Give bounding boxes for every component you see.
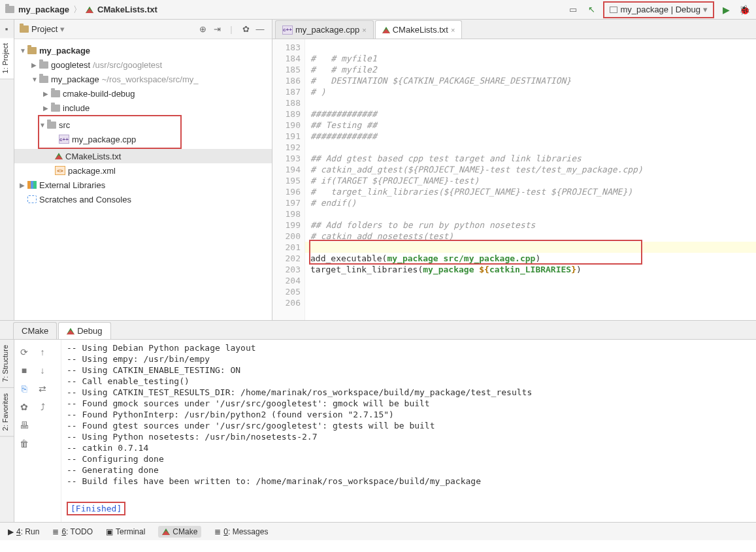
tab-cmakelists[interactable]: CMakeLists.txt×	[375, 20, 463, 39]
folder-icon	[47, 122, 56, 129]
cmake-icon	[67, 328, 74, 334]
cmake-icon	[86, 7, 93, 13]
wrap-icon[interactable]: ⇄	[35, 382, 50, 396]
tree-root[interactable]: ▼my_package	[14, 43, 272, 57]
tab-structure[interactable]: 7: Structure	[0, 340, 14, 388]
folder-icon	[51, 105, 60, 112]
gear-icon[interactable]: ✿	[17, 400, 31, 414]
status-run[interactable]: ▶4: Run	[8, 527, 39, 536]
panel-title[interactable]: Project	[31, 24, 58, 34]
cpp-icon: c++	[59, 135, 69, 144]
target-icon[interactable]: ⊕	[196, 23, 209, 36]
tree-googletest[interactable]: ▶googletest /usr/src/googletest	[14, 57, 272, 72]
build-icon[interactable]: ▭	[567, 3, 580, 16]
chevron-down-icon: ▾	[703, 5, 708, 14]
tool-tab-debug[interactable]: Debug	[58, 322, 110, 339]
gear-icon[interactable]: ✿	[239, 23, 252, 36]
folder-icon	[39, 76, 48, 83]
toolbar-right: ▭ ↖ my_package | Debug ▾ ▶ 🐞	[567, 1, 751, 18]
tab-favorites[interactable]: 2: Favorites	[0, 388, 14, 436]
status-cmake[interactable]: CMake	[158, 526, 201, 538]
tool-panel: CMake Debug 7: Structure 2: Favorites ⟳↑…	[0, 320, 756, 522]
export-icon[interactable]: ⤴	[35, 400, 50, 414]
status-bar: ▶4: Run ≣6: TODO ▣Terminal CMake ≣0: Mes…	[0, 522, 756, 540]
code-editor[interactable]: 1831841851861871881891901911921931941951…	[272, 39, 756, 320]
editor-area: c++my_package.cpp× CMakeLists.txt× 18318…	[272, 20, 756, 320]
editor-tabs: c++my_package.cpp× CMakeLists.txt×	[272, 20, 756, 39]
run-button[interactable]: ▶	[719, 3, 732, 16]
tree-src-file[interactable]: c++my_package.cpp	[39, 132, 180, 146]
console-tools: ⟳↑ ■↓ ⎘⇄ ✿⤴ 🖶 🗑	[14, 340, 61, 522]
hide-icon[interactable]: —	[254, 23, 267, 36]
status-terminal[interactable]: ▣Terminal	[106, 527, 145, 536]
project-stripe-icon[interactable]: ▪	[0, 20, 13, 38]
library-icon	[27, 181, 37, 189]
code-content[interactable]: # # myfile1 # # myfile2 # DESTINATION ${…	[305, 39, 756, 320]
scratch-icon	[27, 195, 37, 203]
breadcrumb-file[interactable]: CMakeLists.txt	[97, 5, 157, 14]
list-icon: ≣	[52, 527, 59, 536]
code-highlight-box	[309, 240, 642, 265]
play-icon: ▶	[8, 527, 14, 536]
trash-icon[interactable]: 🗑	[17, 436, 31, 451]
stop-icon[interactable]: ■	[17, 363, 31, 378]
up-arrow-icon[interactable]: ↑	[35, 345, 50, 359]
left-tool-stripe-2: 7: Structure 2: Favorites	[0, 340, 14, 522]
folder-icon	[51, 90, 60, 97]
tree-cmakelists[interactable]: CMakeLists.txt	[14, 149, 272, 163]
tab-mypackage-cpp[interactable]: c++my_package.cpp×	[275, 20, 374, 39]
terminal-icon: ▣	[106, 527, 113, 536]
tab-project[interactable]: 1: Project	[0, 38, 14, 79]
tree-package-xml[interactable]: <>package.xml	[14, 163, 272, 178]
folder-icon	[20, 25, 29, 33]
print-icon[interactable]: 🖶	[17, 418, 31, 432]
folder-icon	[27, 47, 37, 54]
cpp-icon: c++	[282, 25, 293, 35]
left-tool-stripe: ▪ 1: Project	[0, 20, 14, 320]
project-panel: Project ▾ ⊕ ⇥ | ✿ — ▼my_package ▶googlet…	[14, 20, 272, 320]
folder-icon	[5, 6, 14, 13]
close-icon[interactable]: ×	[451, 26, 455, 34]
breadcrumb-root[interactable]: my_package	[18, 5, 69, 14]
down-arrow-icon[interactable]: ↓	[35, 363, 50, 378]
tree-external-libs[interactable]: ▶External Libraries	[14, 178, 272, 192]
tool-tabs: CMake Debug	[0, 321, 756, 339]
tree-mypackage[interactable]: ▼my_package ~/ros_workspace/src/my_	[14, 72, 272, 86]
tree-include[interactable]: ▶include	[14, 101, 272, 115]
console-wrap: 7: Structure 2: Favorites ⟳↑ ■↓ ⎘⇄ ✿⤴ 🖶 …	[0, 339, 756, 522]
cmake-icon	[382, 27, 390, 33]
status-todo[interactable]: ≣6: TODO	[52, 527, 93, 536]
chevron-right-icon: 〉	[73, 4, 82, 16]
divider: |	[225, 23, 238, 36]
tree-cmake-build[interactable]: ▶cmake-build-debug	[14, 86, 272, 101]
cmake-icon	[55, 153, 63, 159]
top-bar: my_package 〉 CMakeLists.txt ▭ ↖ my_packa…	[0, 0, 756, 20]
main-area: ▪ 1: Project Project ▾ ⊕ ⇥ | ✿ — ▼my_pac…	[0, 20, 756, 320]
folder-icon	[39, 61, 48, 69]
filter-icon[interactable]: ⎘	[17, 382, 31, 396]
tool-tab-cmake[interactable]: CMake	[13, 322, 57, 339]
refresh-icon[interactable]: ⟳	[17, 345, 31, 359]
breadcrumb[interactable]: my_package 〉 CMakeLists.txt	[5, 4, 567, 16]
chevron-down-icon[interactable]: ▾	[60, 24, 65, 34]
collapse-icon[interactable]: ⇥	[210, 23, 223, 36]
close-icon[interactable]: ×	[362, 26, 366, 34]
xml-icon: <>	[55, 166, 65, 175]
src-highlight-box: ▼src c++my_package.cpp	[38, 115, 182, 149]
console-output[interactable]: -- Using Debian Python package layout --…	[61, 340, 756, 522]
gutter: 1831841851861871881891901911921931941951…	[272, 39, 305, 320]
run-config-selector[interactable]: my_package | Debug ▾	[603, 1, 714, 18]
run-config-label: my_package | Debug	[620, 5, 700, 14]
tree-src[interactable]: ▼src	[39, 118, 180, 132]
project-tree[interactable]: ▼my_package ▶googletest /usr/src/googlet…	[14, 39, 272, 320]
hammer-icon[interactable]: ↖	[585, 3, 598, 16]
tree-scratches[interactable]: Scratches and Consoles	[14, 192, 272, 206]
finished-label: [Finished]	[71, 504, 122, 513]
list-icon: ≣	[214, 527, 221, 536]
project-panel-header: Project ▾ ⊕ ⇥ | ✿ —	[14, 20, 272, 39]
finished-box: [Finished]	[67, 502, 125, 515]
cmake-icon	[162, 528, 170, 535]
config-icon	[610, 7, 617, 13]
status-messages[interactable]: ≣0: Messages	[214, 527, 268, 536]
debug-button[interactable]: 🐞	[738, 3, 751, 16]
